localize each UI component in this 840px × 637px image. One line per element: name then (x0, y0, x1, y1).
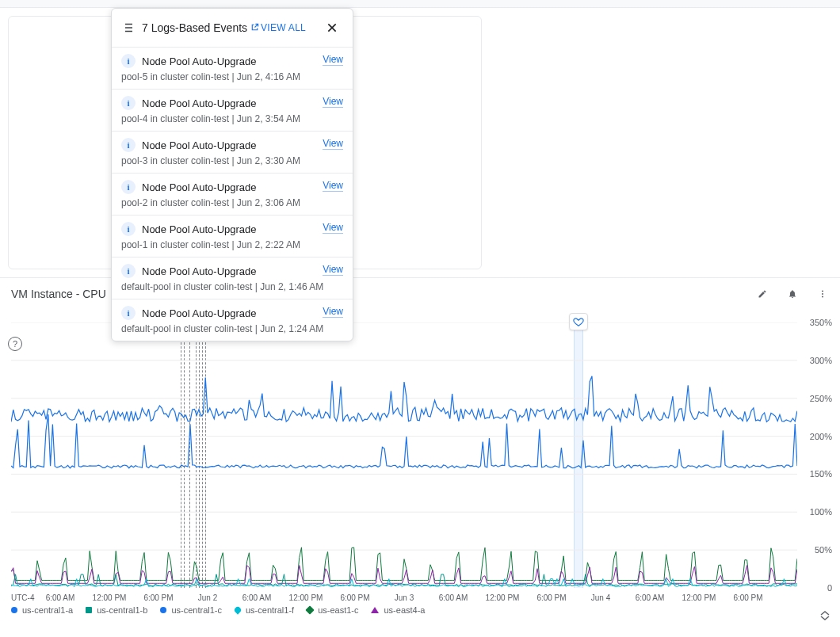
x-tick: 6:00 PM (143, 593, 173, 602)
info-icon: i (121, 138, 136, 152)
svg-point-8 (822, 291, 823, 292)
event-row: iNode Pool Auto-UpgradeViewpool-5 in clu… (112, 48, 353, 90)
event-title: Node Pool Auto-Upgrade (142, 97, 343, 109)
legend-label: us-east1-c (318, 605, 358, 615)
legend-label: us-central1-c (171, 605, 222, 615)
y-tick: 200% (810, 432, 832, 441)
event-subtitle: default-pool in cluster colin-test | Jun… (121, 323, 343, 334)
bell-icon (788, 287, 797, 301)
event-subtitle: pool-1 in cluster colin-test | Jun 2, 2:… (121, 239, 343, 250)
event-row: iNode Pool Auto-UpgradeViewpool-2 in clu… (112, 174, 353, 216)
y-tick: 50% (815, 545, 832, 555)
logs-events-list: iNode Pool Auto-UpgradeViewpool-5 in clu… (112, 48, 353, 341)
legend-swatch (11, 607, 17, 613)
event-row: iNode Pool Auto-UpgradeViewdefault-pool … (112, 257, 353, 299)
event-row: iNode Pool Auto-UpgradeViewpool-4 in clu… (112, 90, 353, 132)
x-tick: 6:00 AM (636, 593, 665, 602)
legend-item[interactable]: us-east1-c (307, 605, 358, 615)
legend-swatch (233, 605, 242, 614)
event-view-link[interactable]: View (323, 306, 343, 318)
chart-title: VM Instance - CPU (11, 288, 106, 300)
x-tick: 6:00 PM (340, 593, 369, 602)
chart-plot[interactable] (11, 322, 797, 588)
x-axis-ticks: UTC-4 6:00 AM12:00 PM6:00 PMJun 26:00 AM… (11, 589, 797, 602)
event-row: iNode Pool Auto-UpgradeViewpool-3 in clu… (112, 132, 353, 174)
x-tick: 12:00 PM (93, 593, 127, 602)
legend-label: us-east4-a (384, 605, 425, 615)
x-tick: 6:00 PM (536, 593, 566, 602)
favorite-marker[interactable] (569, 313, 588, 330)
event-row: iNode Pool Auto-UpgradeViewpool-1 in clu… (112, 216, 353, 257)
kebab-icon (818, 287, 827, 301)
logs-events-header: 7 Logs-Based Events VIEW ALL (112, 9, 353, 48)
legend-swatch (160, 607, 166, 613)
y-axis-ticks: 050%100%150%200%250%300%350% (800, 322, 832, 588)
x-tick: Jun 3 (395, 593, 414, 602)
event-view-link[interactable]: View (323, 222, 343, 234)
pencil-icon (758, 287, 767, 301)
legend-label: us-central1-a (22, 605, 73, 615)
svg-point-9 (822, 293, 823, 295)
event-subtitle: pool-3 in cluster colin-test | Jun 2, 3:… (121, 155, 343, 166)
event-row: iNode Pool Auto-UpgradeViewdefault-pool … (112, 299, 353, 341)
info-icon: i (121, 306, 136, 320)
event-title: Node Pool Auto-Upgrade (142, 307, 343, 319)
y-tick: 150% (810, 469, 832, 479)
list-icon (120, 20, 136, 36)
event-title: Node Pool Auto-Upgrade (142, 139, 343, 151)
chart-legend: us-central1-aus-central1-bus-central1-cu… (0, 602, 840, 620)
legend-item[interactable]: us-central1-f (235, 605, 294, 615)
info-icon: i (121, 264, 136, 278)
chevron-down-icon (820, 616, 830, 620)
event-title: Node Pool Auto-Upgrade (142, 181, 343, 193)
event-title: Node Pool Auto-Upgrade (142, 265, 343, 277)
x-tick: 6:00 AM (242, 593, 272, 602)
logs-events-title: 7 Logs-Based Events VIEW ALL (142, 21, 311, 34)
legend-item[interactable]: us-central1-a (11, 605, 73, 615)
event-subtitle: pool-5 in cluster colin-test | Jun 2, 4:… (121, 71, 343, 82)
y-tick: 300% (810, 356, 832, 365)
alert-button[interactable] (783, 284, 802, 303)
event-view-link[interactable]: View (323, 180, 343, 192)
event-view-link[interactable]: View (323, 138, 343, 150)
legend-label: us-central1-f (246, 605, 294, 615)
y-tick: 250% (810, 394, 832, 403)
info-icon: i (121, 54, 136, 68)
legend-item[interactable]: us-central1-b (86, 605, 147, 615)
x-tick: 12:00 PM (486, 593, 520, 602)
x-tick: Jun 2 (198, 593, 217, 602)
edit-button[interactable] (753, 284, 772, 303)
event-subtitle: pool-2 in cluster colin-test | Jun 2, 3:… (121, 197, 343, 208)
expand-toggle[interactable] (818, 606, 832, 625)
close-button[interactable] (321, 17, 343, 39)
svg-point-10 (822, 296, 823, 298)
logs-events-card: 7 Logs-Based Events VIEW ALL iNode Pool … (111, 8, 353, 341)
x-tick: 6:00 PM (733, 593, 762, 602)
event-subtitle: default-pool in cluster colin-test | Jun… (121, 281, 343, 292)
chart-panel-actions (753, 284, 832, 303)
chart-area[interactable]: ? 7 050%100%150%200%250%300%350% UTC-4 6… (6, 313, 834, 602)
legend-item[interactable]: us-east4-a (371, 605, 425, 615)
x-tick: 12:00 PM (289, 593, 323, 602)
more-button[interactable] (813, 284, 832, 303)
heart-icon (573, 316, 584, 327)
legend-swatch (305, 605, 314, 614)
legend-item[interactable]: us-central1-c (160, 605, 222, 615)
y-tick: 100% (810, 507, 832, 517)
y-tick: 350% (810, 318, 832, 327)
external-link-icon (250, 23, 259, 32)
x-tick: 6:00 AM (439, 593, 468, 602)
legend-swatch (371, 607, 379, 613)
close-icon (326, 21, 338, 35)
event-view-link[interactable]: View (323, 54, 343, 66)
info-icon: i (121, 180, 136, 194)
view-all-link[interactable]: VIEW ALL (250, 22, 306, 33)
event-view-link[interactable]: View (323, 264, 343, 276)
top-strip (0, 0, 840, 8)
event-view-link[interactable]: View (323, 96, 343, 108)
event-title: Node Pool Auto-Upgrade (142, 223, 343, 235)
info-icon: i (121, 96, 136, 110)
info-icon: i (121, 222, 136, 236)
x-tick: 12:00 PM (682, 593, 716, 602)
event-subtitle: pool-4 in cluster colin-test | Jun 2, 3:… (121, 113, 343, 124)
